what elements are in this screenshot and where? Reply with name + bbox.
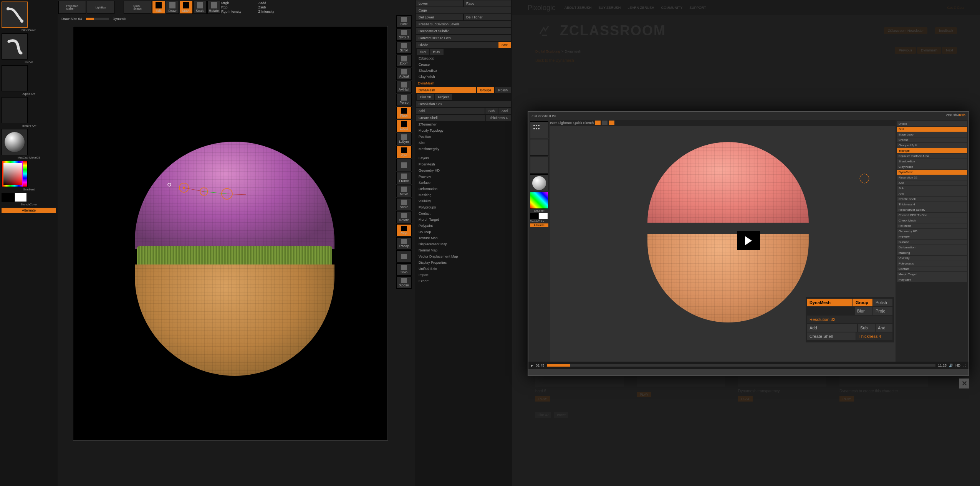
newsletter-button[interactable]: ZClassroom Newsletter bbox=[884, 27, 928, 34]
swatch-white[interactable] bbox=[15, 193, 27, 202]
scale-button[interactable]: Scale bbox=[194, 1, 207, 14]
and-button[interactable]: And bbox=[498, 108, 511, 114]
blur-slider[interactable]: Blur 20 bbox=[417, 94, 434, 100]
section-texture-map[interactable]: Texture Map bbox=[415, 235, 512, 241]
section-surface[interactable]: Surface bbox=[415, 180, 512, 186]
btn-divide[interactable]: Divide bbox=[416, 42, 498, 48]
transpose-gizmo[interactable] bbox=[166, 180, 258, 204]
section-visibility[interactable]: Visibility bbox=[415, 198, 512, 204]
project-button[interactable]: Project bbox=[435, 94, 452, 100]
strip-aahalf[interactable]: AAHalf bbox=[396, 81, 412, 93]
volume-icon[interactable]: 🔊 bbox=[949, 364, 953, 367]
item-edgeloop[interactable]: EdgeLoop bbox=[415, 55, 512, 61]
play-small-icon[interactable]: ▶ bbox=[531, 364, 533, 367]
nav-buy-zbrush[interactable]: BUY ZBRUSH bbox=[598, 6, 621, 10]
strip-move[interactable]: Move bbox=[396, 185, 412, 197]
strip-bpr[interactable]: BPR bbox=[396, 15, 412, 28]
polish-button[interactable]: Polish bbox=[495, 87, 511, 93]
item-claypolish[interactable]: ClayPolish bbox=[415, 74, 512, 80]
section-polypaint[interactable]: Polypaint bbox=[415, 223, 512, 229]
strip-frame[interactable]: Frame bbox=[396, 172, 412, 184]
btn-lower[interactable]: Lower bbox=[416, 0, 463, 7]
strip-actual[interactable]: Actual bbox=[396, 68, 412, 80]
section-vector-displacement-map[interactable]: Vector Displacement Map bbox=[415, 253, 512, 260]
section-polygroups[interactable]: Polygroups bbox=[415, 204, 512, 210]
video-progress[interactable] bbox=[547, 364, 936, 367]
strip-persp[interactable]: Persp bbox=[396, 94, 412, 106]
hd-icon[interactable]: HD bbox=[955, 364, 960, 367]
alternate-button[interactable]: Alternate bbox=[2, 208, 56, 213]
edit-button[interactable]: Edit bbox=[152, 1, 165, 14]
section-display-properties[interactable]: Display Properties bbox=[415, 260, 512, 266]
sub-button[interactable]: Sub bbox=[485, 108, 498, 114]
nav-about-zbrush[interactable]: ABOUT ZBRUSH bbox=[564, 6, 591, 10]
back-link[interactable]: Back to the Dynamesh bbox=[512, 56, 980, 65]
draw-button[interactable]: Draw bbox=[166, 1, 179, 14]
dynamesh-button[interactable]: DynaMesh bbox=[416, 87, 476, 93]
create-shell-button[interactable]: Create Shell bbox=[416, 115, 485, 121]
strip-blank[interactable] bbox=[396, 159, 412, 171]
play-button[interactable] bbox=[737, 231, 760, 250]
nav-learn-zbrush[interactable]: LEARN ZBRUSH bbox=[627, 6, 654, 10]
section-masking[interactable]: Masking bbox=[415, 192, 512, 198]
lightbox-button[interactable]: LightBox bbox=[87, 1, 114, 14]
nav-community[interactable]: COMMUNITY bbox=[661, 6, 683, 10]
btn-suv[interactable]: Suv bbox=[417, 49, 429, 55]
fullscreen-icon[interactable]: ⛶ bbox=[963, 364, 966, 367]
btn-ratio[interactable]: Ratio bbox=[464, 0, 511, 7]
section-normal-map[interactable]: Normal Map bbox=[415, 247, 512, 253]
viewport[interactable] bbox=[73, 26, 388, 441]
item-crease[interactable]: Crease bbox=[415, 61, 512, 68]
material-slot[interactable] bbox=[2, 129, 28, 155]
section-export[interactable]: Export bbox=[415, 278, 512, 284]
section-layers[interactable]: Layers bbox=[415, 155, 512, 161]
section-uv-map[interactable]: UV Map bbox=[415, 229, 512, 235]
alpha-slot[interactable] bbox=[2, 65, 28, 91]
strip-transp[interactable]: Transp bbox=[396, 237, 412, 250]
strip-solo[interactable]: Solo bbox=[396, 263, 412, 276]
move-button[interactable]: Move bbox=[180, 1, 193, 14]
tweet[interactable]: Tweet bbox=[554, 412, 568, 418]
item-position[interactable]: Position bbox=[415, 134, 512, 140]
btn-ruv[interactable]: RUV bbox=[430, 49, 444, 55]
btn-del-higher[interactable]: Del Higher bbox=[464, 14, 511, 20]
texture-slot[interactable] bbox=[2, 97, 28, 123]
section-displacement-map[interactable]: Displacement Map bbox=[415, 241, 512, 247]
fb-like[interactable]: Like 47 bbox=[535, 412, 551, 418]
btn-convert-bpr-to-geo[interactable]: Convert BPR To Geo bbox=[416, 35, 511, 41]
rotate-button[interactable]: Rotate bbox=[207, 1, 220, 14]
section-preview[interactable]: Preview bbox=[415, 174, 512, 180]
strip-scroll[interactable]: Scroll bbox=[396, 41, 412, 54]
section-fibermesh[interactable]: FiberMesh bbox=[415, 161, 512, 167]
strip-polyf[interactable]: PolyF bbox=[396, 224, 412, 236]
switchcolor-label[interactable]: SwitchColor bbox=[2, 203, 56, 206]
thickness-slider[interactable]: Thickness 4 bbox=[486, 115, 511, 121]
feedback-button[interactable]: feedback bbox=[935, 27, 957, 34]
strip-rotate[interactable]: Rotate bbox=[396, 211, 412, 223]
dynamic-label[interactable]: Dynamic bbox=[113, 17, 126, 21]
resolution-slider[interactable]: Resolution 128 bbox=[416, 101, 511, 107]
section-contact[interactable]: Contact bbox=[415, 210, 512, 217]
section-unified-skin[interactable]: Unified Skin bbox=[415, 266, 512, 272]
item-size[interactable]: Size bbox=[415, 140, 512, 146]
pixologic-logo[interactable]: Pixologic bbox=[528, 4, 555, 12]
smt-button[interactable]: Smt bbox=[498, 42, 511, 48]
groups-button[interactable]: Groups bbox=[477, 87, 495, 93]
section-import[interactable]: Import bbox=[415, 272, 512, 278]
strip-xpose[interactable]: Xpose bbox=[396, 276, 412, 289]
item-shadowbox[interactable]: ShadowBox bbox=[415, 68, 512, 74]
item-modify-topology[interactable]: Modify Topology bbox=[415, 127, 512, 134]
strip-zoom[interactable]: Zoom bbox=[396, 55, 412, 67]
btn-cage[interactable]: Cage bbox=[416, 7, 511, 13]
section-geometry-hd[interactable]: Geometry HD bbox=[415, 167, 512, 174]
section-deformation[interactable]: Deformation bbox=[415, 186, 512, 192]
dynamesh-header[interactable]: DynaMesh bbox=[415, 80, 512, 87]
swatch-black[interactable] bbox=[2, 193, 14, 202]
strip-xyz[interactable]: Xyz bbox=[396, 146, 412, 158]
nav-support[interactable]: SUPPORT bbox=[689, 6, 706, 10]
strip-local[interactable]: Local bbox=[396, 120, 412, 132]
color-picker[interactable] bbox=[2, 161, 28, 187]
btn-del-lower[interactable]: Del Lower bbox=[416, 14, 463, 20]
quicksketch-button[interactable]: Quick Sketch bbox=[124, 1, 151, 14]
next-button[interactable]: Next bbox=[942, 47, 957, 54]
